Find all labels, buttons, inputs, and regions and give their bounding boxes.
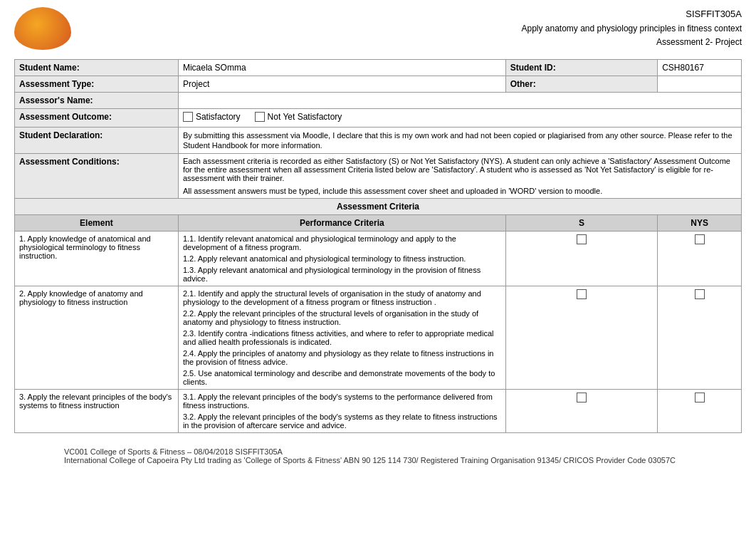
criteria-2-5: 2.5. Use anatomical terminology and desc… xyxy=(183,369,501,386)
footer-line-2: International College of Capoeira Pty Lt… xyxy=(64,456,742,464)
element-2-nys-checkbox-cell xyxy=(658,286,742,390)
criteria-3-2: 3.2. Apply the relevant principles of th… xyxy=(183,412,501,430)
element-2-criteria: 2.1. Identify and apply the structural l… xyxy=(178,286,505,390)
element-1-criteria: 1.1. Identify relevant anatomical and ph… xyxy=(178,232,505,286)
assessment-outcome-label: Assessment Outcome: xyxy=(15,109,179,128)
assessors-name-value xyxy=(178,93,741,109)
element-3-text: 3. Apply the relevant principles of the … xyxy=(15,390,179,433)
student-id-value: CSH80167 xyxy=(658,60,742,76)
element-2-nys-checkbox[interactable] xyxy=(695,289,705,299)
assessment-conditions-text: Each assessment criteria is recorded as … xyxy=(178,154,741,199)
assessment-conditions-label: Assessment Conditions: xyxy=(15,154,179,199)
criteria-section-title: Assessment Criteria xyxy=(15,199,742,215)
other-value xyxy=(658,76,742,93)
course-title: Apply anatomy and physiology principles … xyxy=(521,22,742,36)
assessors-name-label: Assessor's Name: xyxy=(15,93,179,109)
criteria-2-4: 2.4. Apply the principles of anatomy and… xyxy=(183,349,501,366)
criteria-1-1: 1.1. Identify relevant anatomical and ph… xyxy=(183,234,501,251)
student-info-row: Student Name: Micaela SOmma Student ID: … xyxy=(15,60,742,76)
element-3-row: 3. Apply the relevant principles of the … xyxy=(15,390,742,433)
not-yet-satisfactory-label: Not Yet Satisfactory xyxy=(268,112,342,122)
page-header: SISFFIT305A Apply anatomy and physiology… xyxy=(0,0,756,59)
student-declaration-text: By submitting this assessment via Moodle… xyxy=(178,128,741,154)
satisfactory-checkbox-group: Satisfactory xyxy=(183,112,241,122)
footer: VC001 College of Sports & Fitness – 08/0… xyxy=(64,447,742,464)
assessment-label: Assessment 2- Project xyxy=(521,36,742,49)
outcome-checkboxes: Satisfactory Not Yet Satisfactory xyxy=(178,109,741,128)
student-name-value: Micaela SOmma xyxy=(178,60,505,76)
header-title: SISFFIT305A Apply anatomy and physiology… xyxy=(521,7,742,49)
element-3-criteria: 3.1. Apply the relevant principles of th… xyxy=(178,390,505,433)
student-declaration-label: Student Declaration: xyxy=(15,128,179,154)
element-1-row: 1. Apply knowledge of anatomical and phy… xyxy=(15,232,742,286)
not-yet-satisfactory-checkbox-group: Not Yet Satisfactory xyxy=(255,112,342,122)
element-1-nys-checkbox[interactable] xyxy=(695,234,705,244)
criteria-2-1: 2.1. Identify and apply the structural l… xyxy=(183,289,501,306)
assessment-outcome-row: Assessment Outcome: Satisfactory Not Yet… xyxy=(15,109,742,128)
element-2-s-checkbox-cell xyxy=(505,286,657,390)
element-1-text: 1. Apply knowledge of anatomical and phy… xyxy=(15,232,179,286)
student-declaration-row: Student Declaration: By submitting this … xyxy=(15,128,742,154)
nys-col-header: NYS xyxy=(658,215,742,232)
column-headers-row: Element Performance Criteria S NYS xyxy=(15,215,742,232)
element-3-s-checkbox[interactable] xyxy=(577,393,587,402)
logo-icon xyxy=(14,7,71,50)
student-id-label: Student ID: xyxy=(505,60,657,76)
element-2-row: 2. Apply knowledge of anatomy and physio… xyxy=(15,286,742,390)
not-yet-satisfactory-checkbox[interactable] xyxy=(255,112,265,122)
element-col-header: Element xyxy=(15,215,179,232)
main-form-table: Student Name: Micaela SOmma Student ID: … xyxy=(14,59,742,433)
conditions-text-1: Each assessment criteria is recorded as … xyxy=(183,157,737,182)
logo xyxy=(14,7,100,52)
assessment-criteria-header-row: Assessment Criteria xyxy=(15,199,742,215)
element-3-nys-checkbox[interactable] xyxy=(695,393,705,402)
student-name-label: Student Name: xyxy=(15,60,179,76)
assessment-type-value: Project xyxy=(178,76,505,93)
criteria-2-2: 2.2. Apply the relevant principles of th… xyxy=(183,309,501,326)
element-2-s-checkbox[interactable] xyxy=(577,289,587,299)
assessment-type-row: Assessment Type: Project Other: xyxy=(15,76,742,93)
criteria-3-1: 3.1. Apply the relevant principles of th… xyxy=(183,393,501,410)
course-code: SISFFIT305A xyxy=(521,7,742,22)
s-col-header: S xyxy=(505,215,657,232)
satisfactory-label: Satisfactory xyxy=(196,112,241,122)
element-3-nys-checkbox-cell xyxy=(658,390,742,433)
element-1-nys-checkbox-cell xyxy=(658,232,742,286)
other-label: Other: xyxy=(505,76,657,93)
conditions-text-2: All assessment answers must be typed, in… xyxy=(183,187,737,195)
assessors-name-row: Assessor's Name: xyxy=(15,93,742,109)
footer-line-1: VC001 College of Sports & Fitness – 08/0… xyxy=(64,447,742,456)
element-3-s-checkbox-cell xyxy=(505,390,657,433)
element-1-s-checkbox[interactable] xyxy=(577,234,587,244)
element-2-text: 2. Apply knowledge of anatomy and physio… xyxy=(15,286,179,390)
satisfactory-checkbox[interactable] xyxy=(183,112,193,122)
assessment-type-label: Assessment Type: xyxy=(15,76,179,93)
performance-col-header: Performance Criteria xyxy=(178,215,505,232)
element-1-s-checkbox-cell xyxy=(505,232,657,286)
criteria-2-3: 2.3. Identify contra -indications fitnes… xyxy=(183,329,501,346)
criteria-1-3: 1.3. Apply relevant anatomical and physi… xyxy=(183,266,501,283)
assessment-conditions-row: Assessment Conditions: Each assessment c… xyxy=(15,154,742,199)
criteria-1-2: 1.2. Apply relevant anatomical and physi… xyxy=(183,254,501,263)
